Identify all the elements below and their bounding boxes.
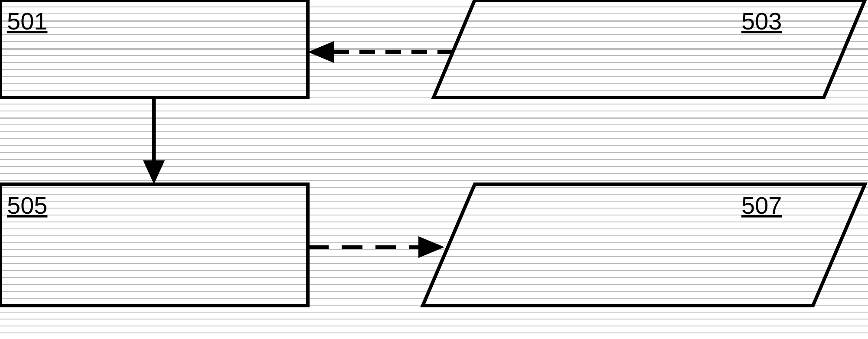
svg-marker-58 <box>143 160 165 184</box>
data-block-507: 507 <box>423 184 865 306</box>
process-block-505: 505 <box>0 184 308 306</box>
data-block-507-label: 507 <box>741 192 782 219</box>
svg-marker-60 <box>418 236 444 258</box>
background-hatch <box>0 7 868 333</box>
process-block-505-label: 505 <box>7 192 47 219</box>
process-block-501-label: 501 <box>7 7 47 35</box>
arrow-503-to-501 <box>308 41 453 63</box>
flowchart-diagram: 501 503 505 507 <box>0 0 868 339</box>
data-block-503-label: 503 <box>741 7 782 35</box>
arrow-505-to-507 <box>308 236 444 258</box>
arrow-501-to-505 <box>143 98 165 184</box>
svg-marker-54 <box>423 184 865 306</box>
svg-marker-56 <box>308 41 334 63</box>
